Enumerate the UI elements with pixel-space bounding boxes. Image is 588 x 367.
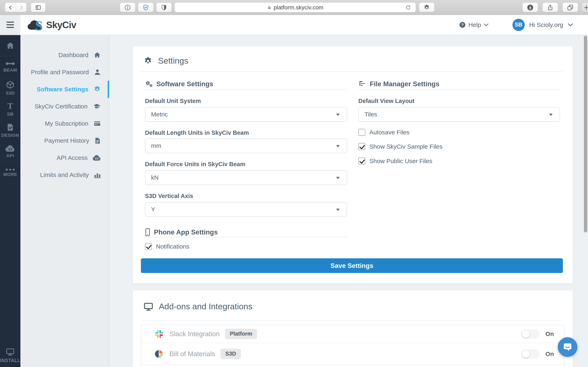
shield-check-icon bbox=[143, 4, 149, 11]
rail-item-beam[interactable]: BEAM bbox=[0, 56, 20, 77]
slack-icon bbox=[154, 329, 164, 339]
field-label: Default Length Units in SkyCiv Beam bbox=[145, 129, 249, 136]
avatar[interactable]: SB bbox=[512, 19, 525, 31]
browser-reader-button[interactable] bbox=[120, 3, 135, 12]
field-label: S3D Vertical Axis bbox=[145, 193, 193, 200]
notifications-checkbox[interactable]: Notifications bbox=[145, 243, 189, 250]
gear-icon bbox=[423, 4, 430, 11]
browser-chrome: platform.skyciv.com bbox=[0, 0, 588, 15]
settings-sidebar: Dashboard Profile and Password Software … bbox=[20, 35, 109, 367]
autosave-files-checkbox[interactable]: Autosave Files bbox=[358, 129, 410, 136]
browser-site-settings-button[interactable] bbox=[419, 3, 434, 12]
intercom-chat-button[interactable] bbox=[558, 337, 577, 357]
browser-new-tab-button[interactable] bbox=[582, 3, 588, 12]
shield-half-icon bbox=[161, 4, 167, 11]
rail-item-api[interactable]: API bbox=[0, 141, 20, 162]
letter-t-icon: T bbox=[7, 102, 13, 110]
info-icon bbox=[124, 4, 131, 11]
scrollbar-thumb[interactable] bbox=[584, 36, 587, 233]
browser-back-button[interactable] bbox=[5, 3, 16, 12]
bill-of-materials-toggle[interactable] bbox=[521, 350, 539, 358]
bar-chart-icon bbox=[94, 171, 101, 179]
url-text: platform.skyciv.com bbox=[274, 4, 323, 11]
user-icon bbox=[94, 68, 101, 76]
checkbox bbox=[358, 129, 365, 136]
sidebar-item-software-settings[interactable]: Software Settings bbox=[20, 81, 109, 98]
credit-card-icon bbox=[93, 120, 101, 127]
file-lines-icon bbox=[94, 137, 101, 145]
sidebar-item-dashboard[interactable]: Dashboard bbox=[20, 47, 109, 64]
default-length-units-select[interactable]: mm bbox=[145, 138, 347, 153]
rail-item-install[interactable]: INSTALL bbox=[0, 348, 20, 363]
menu-toggle-button[interactable] bbox=[0, 15, 20, 35]
divider bbox=[145, 90, 347, 90]
toggle-state-label: On bbox=[545, 350, 554, 358]
divider bbox=[358, 90, 560, 90]
rail-item-s3d[interactable]: S3D bbox=[0, 77, 20, 99]
field-label: Default Force Units in SkyCiv Beam bbox=[145, 161, 245, 167]
share-icon bbox=[547, 4, 553, 11]
gear-icon bbox=[143, 56, 153, 66]
sidebar-item-profile-and-password[interactable]: Profile and Password bbox=[20, 64, 109, 81]
sidebar-item-skyciv-certification[interactable]: SkyCiv Certification bbox=[20, 98, 109, 115]
file-tree-icon bbox=[358, 80, 366, 88]
help-label: Help bbox=[468, 21, 481, 28]
browser-shield-button[interactable] bbox=[156, 3, 172, 12]
checkbox bbox=[145, 243, 152, 250]
skyciv-logo[interactable]: S SkyCiv bbox=[26, 15, 76, 35]
browser-privacy-button[interactable] bbox=[138, 3, 153, 12]
plus-icon bbox=[584, 5, 588, 10]
checkbox bbox=[358, 158, 365, 165]
field-label: Default Unit System bbox=[145, 98, 201, 104]
divider bbox=[141, 320, 563, 320]
chat-bubble-icon bbox=[562, 342, 573, 352]
settings-title: Settings bbox=[143, 56, 188, 66]
save-settings-button[interactable]: Save Settings bbox=[141, 258, 563, 273]
field-label: Default View Layout bbox=[358, 98, 415, 104]
addons-list: Slack Integration Platform On Bill of Ma… bbox=[141, 325, 564, 367]
browser-sidebar-button[interactable] bbox=[31, 3, 45, 12]
rail-item-sb[interactable]: T SB bbox=[0, 99, 20, 120]
browser-tabs-button[interactable] bbox=[563, 3, 578, 12]
software-settings-heading: Software Settings bbox=[145, 80, 213, 88]
browser-address-bar[interactable]: platform.skyciv.com bbox=[175, 3, 416, 12]
default-unit-system-select[interactable]: Metric bbox=[145, 107, 347, 122]
app-header: S SkyCiv ? Help SB Hi Scioly.org bbox=[0, 15, 588, 35]
hamburger-icon bbox=[7, 22, 14, 23]
addon-badge: Platform bbox=[225, 329, 257, 339]
s3d-vertical-axis-select[interactable]: Y bbox=[145, 202, 347, 217]
sidebar-item-my-subscription[interactable]: My Subscription bbox=[20, 115, 109, 132]
chevron-down-icon[interactable] bbox=[568, 23, 573, 27]
addon-row-slack: Slack Integration Platform On bbox=[141, 325, 564, 343]
checkbox bbox=[358, 143, 365, 150]
pie-chart-icon bbox=[154, 349, 164, 359]
user-greeting: Hi Scioly.org bbox=[529, 21, 563, 28]
browser-downloads-button[interactable] bbox=[523, 3, 538, 12]
browser-share-button[interactable] bbox=[543, 3, 558, 12]
rail-item-home[interactable] bbox=[0, 35, 20, 56]
app-rail: BEAM S3D T SB DESIGN API MORE INSTALL bbox=[0, 35, 20, 367]
browser-forward-button[interactable] bbox=[16, 3, 26, 12]
help-menu[interactable]: ? Help bbox=[459, 21, 489, 28]
page-title: Settings bbox=[158, 56, 188, 66]
default-force-units-select[interactable]: kN bbox=[145, 170, 347, 185]
sidebar-icon bbox=[35, 4, 42, 11]
rail-item-more[interactable]: MORE bbox=[0, 162, 20, 184]
show-public-files-checkbox[interactable]: Show Public User Files bbox=[358, 158, 432, 165]
beam-icon bbox=[6, 61, 15, 66]
sidebar-item-payment-history[interactable]: Payment History bbox=[20, 132, 109, 149]
addon-badge: S3D bbox=[221, 349, 241, 359]
ellipsis-icon bbox=[6, 169, 15, 171]
divider bbox=[141, 71, 563, 72]
slack-integration-toggle[interactable] bbox=[521, 330, 539, 338]
browser-reload-button[interactable] bbox=[405, 4, 411, 11]
sidebar-item-api-access[interactable]: API Access bbox=[20, 149, 109, 166]
phone-icon bbox=[145, 228, 150, 236]
lock-icon bbox=[267, 5, 272, 10]
rail-item-design[interactable]: DESIGN bbox=[0, 120, 20, 141]
show-sample-files-checkbox[interactable]: Show SkyCiv Sample Files bbox=[358, 143, 442, 150]
graduation-cap-icon bbox=[93, 103, 101, 110]
default-view-layout-select[interactable]: Tiles bbox=[358, 107, 560, 122]
sidebar-item-limits-and-activity[interactable]: Limits and Activity bbox=[20, 166, 109, 184]
gear-icon bbox=[93, 85, 101, 93]
